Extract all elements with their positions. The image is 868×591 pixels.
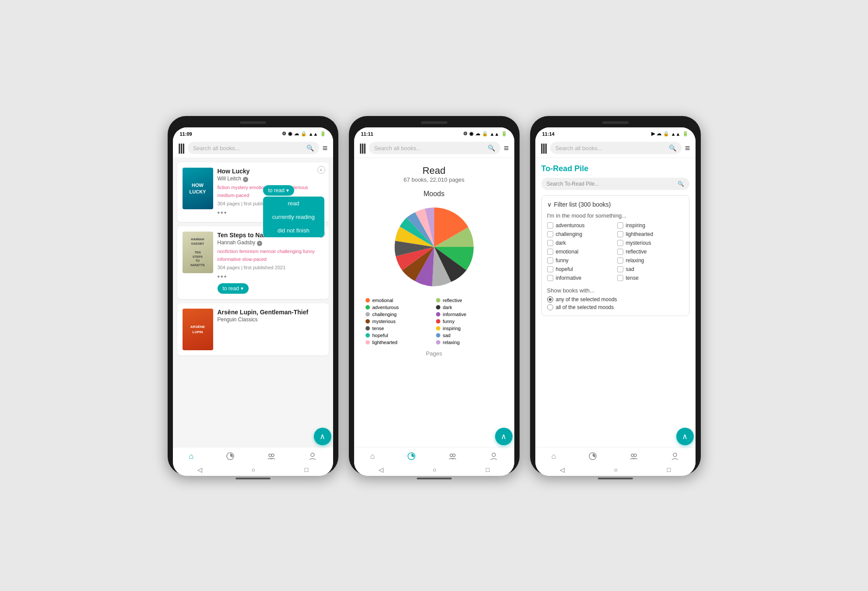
bottom-nav-2: ⌂ bbox=[354, 447, 514, 464]
filter-header[interactable]: ∨ Filter list (300 books) bbox=[547, 201, 684, 208]
nav-community-2[interactable] bbox=[448, 452, 457, 461]
mood-sad[interactable]: sad bbox=[617, 266, 684, 272]
phone-1: 11:09 ⚙ ◉ ☁ 🔒 ▲▲ 🔋 ||| Search all books.… bbox=[168, 116, 338, 475]
mood-radio-inspiring[interactable] bbox=[617, 222, 623, 229]
location-icon-1: ◉ bbox=[288, 131, 292, 137]
fab-scroll-up-2[interactable]: ∧ bbox=[495, 428, 513, 445]
mood-emotional[interactable]: emotional bbox=[547, 249, 614, 255]
pie-chart-container bbox=[361, 203, 507, 291]
mood-mysterious[interactable]: mysterious bbox=[617, 240, 684, 246]
chevron-down-icon: ∨ bbox=[547, 201, 552, 208]
mood-radio-mysterious[interactable] bbox=[617, 240, 623, 246]
radio-all-label: all of the selected moods bbox=[556, 304, 614, 310]
signal-icon-1: ▲▲ bbox=[309, 131, 318, 137]
mood-relaxing[interactable]: relaxing bbox=[617, 257, 684, 264]
radio-all-circle[interactable] bbox=[547, 304, 553, 310]
nav-home-3[interactable]: ⌂ bbox=[551, 452, 556, 461]
radio-all-moods[interactable]: all of the selected moods bbox=[547, 304, 684, 310]
hamburger-menu-2[interactable]: ≡ bbox=[504, 143, 509, 153]
status-icons-2: ⚙ ◉ ☁ 🔒 ▲▲ 🔋 bbox=[463, 131, 507, 137]
mood-label-funny: funny bbox=[556, 257, 569, 264]
mood-informative[interactable]: informative bbox=[547, 275, 614, 281]
recents-btn-1[interactable]: □ bbox=[305, 466, 308, 473]
legend-challenging: challenging bbox=[365, 312, 432, 317]
radio-any-moods[interactable]: any of the selected moods bbox=[547, 296, 684, 303]
search-box-1[interactable]: Search all books... 🔍 bbox=[188, 142, 319, 154]
nav-profile-3[interactable] bbox=[671, 452, 679, 461]
nav-stats-3[interactable] bbox=[588, 452, 597, 461]
mood-tense[interactable]: tense bbox=[617, 275, 684, 281]
mood-radio-hopeful[interactable] bbox=[547, 266, 553, 272]
dropdown-read[interactable]: read bbox=[263, 197, 324, 210]
mood-dark[interactable]: dark bbox=[547, 240, 614, 246]
nav-stats-2[interactable] bbox=[407, 452, 416, 461]
search-icon-3[interactable]: 🔍 bbox=[669, 144, 676, 151]
mood-radio-relaxing[interactable] bbox=[617, 257, 623, 264]
nav-home-2[interactable]: ⌂ bbox=[370, 452, 375, 461]
recents-btn-2[interactable]: □ bbox=[486, 466, 489, 473]
to-read-search-icon[interactable]: 🔍 bbox=[678, 181, 684, 187]
app-logo-3: ||| bbox=[541, 142, 547, 154]
to-read-trigger-how-lucky[interactable]: to read ▾ bbox=[263, 185, 294, 196]
status-bar-3: 11:14 ▶ ☁ 🔒 ▲▲ 🔋 bbox=[535, 127, 696, 138]
dropdown-currently-reading[interactable]: currently reading bbox=[263, 210, 324, 224]
close-how-lucky[interactable]: × bbox=[317, 166, 325, 174]
nav-home-1[interactable]: ⌂ bbox=[189, 452, 193, 461]
hamburger-menu-1[interactable]: ≡ bbox=[323, 143, 328, 153]
nav-stats-1[interactable] bbox=[226, 452, 235, 461]
mood-inspiring[interactable]: inspiring bbox=[617, 222, 684, 229]
mood-challenging[interactable]: challenging bbox=[547, 231, 614, 237]
mood-adventurous[interactable]: adventurous bbox=[547, 222, 614, 229]
mood-radio-challenging[interactable] bbox=[547, 231, 553, 237]
legend-inspiring: inspiring bbox=[436, 326, 503, 331]
mood-radio-reflective[interactable] bbox=[617, 249, 623, 255]
bottom-nav-1: ⌂ bbox=[173, 447, 333, 464]
search-icon-1[interactable]: 🔍 bbox=[306, 144, 314, 151]
home-btn-3[interactable]: ○ bbox=[614, 466, 618, 473]
location-icon-2: ◉ bbox=[469, 131, 474, 137]
remove-author-how-lucky[interactable]: × bbox=[243, 177, 248, 182]
search-icon-2[interactable]: 🔍 bbox=[488, 144, 495, 151]
nav-community-3[interactable] bbox=[629, 452, 638, 461]
mood-reflective[interactable]: reflective bbox=[617, 249, 684, 255]
settings-icon-2: ⚙ bbox=[463, 131, 467, 137]
mood-radio-dark[interactable] bbox=[547, 240, 553, 246]
svg-point-3 bbox=[311, 453, 314, 457]
filter-section: ∨ Filter list (300 books) I'm in the moo… bbox=[541, 195, 689, 316]
search-box-2[interactable]: Search all books... 🔍 bbox=[369, 142, 500, 154]
mood-radio-funny[interactable] bbox=[547, 257, 553, 264]
stats-subtitle: 67 books, 22,010 pages bbox=[361, 176, 507, 183]
book-dots-ten-steps[interactable]: ••• bbox=[218, 273, 323, 281]
back-btn-1[interactable]: ◁ bbox=[197, 466, 202, 473]
back-btn-3[interactable]: ◁ bbox=[560, 466, 565, 473]
home-btn-1[interactable]: ○ bbox=[252, 466, 255, 473]
nav-profile-1[interactable] bbox=[308, 452, 317, 461]
legend-emotional: emotional bbox=[365, 298, 432, 303]
mood-funny[interactable]: funny bbox=[547, 257, 614, 264]
time-2: 11:11 bbox=[361, 131, 373, 137]
to-read-search-box[interactable]: Search To-Read Pile... 🔍 bbox=[541, 178, 689, 190]
hamburger-menu-3[interactable]: ≡ bbox=[685, 143, 690, 153]
mood-radio-tense[interactable] bbox=[617, 275, 623, 281]
home-btn-2[interactable]: ○ bbox=[433, 466, 436, 473]
battery-icon-1: 🔋 bbox=[320, 131, 326, 137]
mood-hopeful[interactable]: hopeful bbox=[547, 266, 614, 272]
recents-btn-3[interactable]: □ bbox=[667, 466, 671, 473]
back-btn-2[interactable]: ◁ bbox=[379, 466, 383, 473]
nav-profile-2[interactable] bbox=[489, 452, 498, 461]
search-box-3[interactable]: Search all books... 🔍 bbox=[550, 142, 682, 154]
remove-author-ten-steps[interactable]: × bbox=[257, 241, 262, 246]
fab-scroll-up-1[interactable]: ∧ bbox=[314, 428, 331, 445]
mood-radio-lighthearted[interactable] bbox=[617, 231, 623, 237]
mood-lighthearted[interactable]: lighthearted bbox=[617, 231, 684, 237]
dropdown-did-not-finish[interactable]: did not finish bbox=[263, 224, 324, 237]
mood-radio-informative[interactable] bbox=[547, 275, 553, 281]
fab-scroll-up-3[interactable]: ∧ bbox=[676, 428, 694, 445]
mood-radio-sad[interactable] bbox=[617, 266, 623, 272]
mood-radio-adventurous[interactable] bbox=[547, 222, 553, 229]
nav-community-1[interactable] bbox=[267, 452, 276, 461]
book-tags-ten-steps: nonfiction feminism memoir challenging f… bbox=[218, 248, 323, 263]
to-read-btn-ten-steps[interactable]: to read ▾ bbox=[218, 283, 249, 294]
mood-radio-emotional[interactable] bbox=[547, 249, 553, 255]
radio-any-circle[interactable] bbox=[547, 296, 553, 303]
